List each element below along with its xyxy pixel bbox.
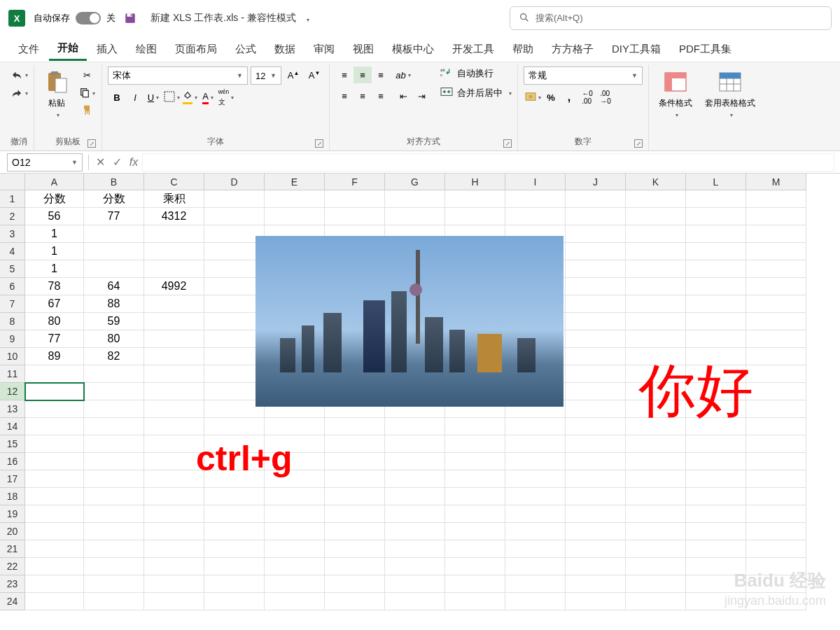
- cell-M8[interactable]: [746, 313, 806, 330]
- cell-E23[interactable]: [265, 575, 325, 593]
- cell-F24[interactable]: [325, 593, 385, 610]
- cell-H16[interactable]: [445, 453, 505, 470]
- row-header-20[interactable]: 20: [0, 523, 25, 540]
- cell-M10[interactable]: [746, 348, 806, 365]
- cell-B21[interactable]: [84, 540, 144, 558]
- cell-B17[interactable]: [84, 470, 144, 488]
- cell-B19[interactable]: [84, 505, 144, 523]
- cell-D19[interactable]: [204, 505, 265, 523]
- cell-F17[interactable]: [325, 470, 385, 488]
- decrease-decimal-button[interactable]: .00→0: [596, 89, 615, 106]
- cell-L17[interactable]: [686, 470, 746, 488]
- borders-button[interactable]: [162, 89, 181, 106]
- row-header-2[interactable]: 2: [0, 208, 25, 225]
- bold-button[interactable]: B: [108, 89, 126, 106]
- cell-M16[interactable]: [746, 453, 806, 470]
- cell-H2[interactable]: [445, 208, 505, 225]
- cell-A19[interactable]: [25, 505, 84, 523]
- number-launcher-icon[interactable]: ⤢: [634, 139, 643, 148]
- cell-M12[interactable]: [746, 383, 806, 400]
- cell-E2[interactable]: [265, 208, 325, 225]
- accounting-format-button[interactable]: [524, 89, 542, 106]
- row-header-15[interactable]: 15: [0, 435, 25, 453]
- cell-D22[interactable]: [204, 558, 265, 575]
- cell-J16[interactable]: [566, 453, 626, 470]
- cell-L21[interactable]: [686, 540, 746, 558]
- cell-B7[interactable]: 88: [84, 295, 144, 313]
- cell-B13[interactable]: [84, 400, 144, 418]
- ribbon-tab-12[interactable]: 方方格子: [543, 38, 602, 60]
- cell-A7[interactable]: 67: [25, 295, 84, 313]
- cell-L16[interactable]: [686, 453, 746, 470]
- cell-A9[interactable]: 77: [25, 330, 84, 348]
- cell-C4[interactable]: [144, 243, 204, 260]
- ribbon-tab-9[interactable]: 模板中心: [384, 38, 442, 60]
- col-header-K[interactable]: K: [626, 174, 686, 190]
- cell-C23[interactable]: [144, 575, 204, 593]
- cell-G20[interactable]: [385, 523, 445, 540]
- cell-M5[interactable]: [746, 260, 806, 278]
- cell-L15[interactable]: [686, 435, 746, 453]
- cell-A20[interactable]: [25, 523, 84, 540]
- cell-B22[interactable]: [84, 558, 144, 575]
- cell-J7[interactable]: [566, 295, 626, 313]
- cell-J12[interactable]: [566, 383, 626, 400]
- cell-I22[interactable]: [505, 558, 566, 575]
- cell-G2[interactable]: [385, 208, 445, 225]
- cell-J9[interactable]: [566, 330, 626, 348]
- col-header-D[interactable]: D: [204, 174, 265, 190]
- cell-M4[interactable]: [746, 243, 806, 260]
- cell-B12[interactable]: [84, 383, 144, 400]
- cell-K6[interactable]: [626, 278, 686, 295]
- cell-A2[interactable]: 56: [25, 208, 84, 225]
- cell-L20[interactable]: [686, 523, 746, 540]
- cell-I17[interactable]: [505, 470, 566, 488]
- fill-color-button[interactable]: [181, 89, 199, 106]
- cell-J11[interactable]: [566, 365, 626, 383]
- cell-H24[interactable]: [445, 593, 505, 610]
- cell-L3[interactable]: [686, 225, 746, 243]
- cell-B18[interactable]: [84, 488, 144, 505]
- cell-A22[interactable]: [25, 558, 84, 575]
- cell-F16[interactable]: [325, 453, 385, 470]
- row-header-6[interactable]: 6: [0, 278, 25, 295]
- cell-C20[interactable]: [144, 523, 204, 540]
- cell-A6[interactable]: 78: [25, 278, 84, 295]
- cell-A11[interactable]: [25, 365, 84, 383]
- align-left-button[interactable]: ≡: [335, 88, 354, 104]
- cell-B14[interactable]: [84, 418, 144, 435]
- insert-function-button[interactable]: fx: [125, 154, 142, 171]
- cell-L1[interactable]: [686, 190, 746, 208]
- cell-H17[interactable]: [445, 470, 505, 488]
- font-size-select[interactable]: 12▼: [251, 66, 281, 85]
- cell-F21[interactable]: [325, 540, 385, 558]
- cell-K20[interactable]: [626, 523, 686, 540]
- cell-B1[interactable]: 分数: [84, 190, 144, 208]
- cell-I14[interactable]: [505, 418, 566, 435]
- cancel-formula-button[interactable]: ✕: [92, 154, 108, 171]
- cell-I16[interactable]: [505, 453, 566, 470]
- row-header-3[interactable]: 3: [0, 225, 25, 243]
- row-header-1[interactable]: 1: [0, 190, 25, 208]
- cell-H14[interactable]: [445, 418, 505, 435]
- row-header-17[interactable]: 17: [0, 470, 25, 488]
- cell-C12[interactable]: [144, 383, 204, 400]
- cell-A14[interactable]: [25, 418, 84, 435]
- spreadsheet-grid[interactable]: ABCDEFGHIJKLM 12345678910111213141516171…: [0, 174, 840, 630]
- cell-L2[interactable]: [686, 208, 746, 225]
- cell-C6[interactable]: 4992: [144, 278, 204, 295]
- cell-J23[interactable]: [566, 575, 626, 593]
- select-all-corner[interactable]: [0, 174, 25, 190]
- cell-B8[interactable]: 59: [84, 313, 144, 330]
- cell-A13[interactable]: [25, 400, 84, 418]
- cell-K9[interactable]: [626, 330, 686, 348]
- cell-F2[interactable]: [325, 208, 385, 225]
- cell-M19[interactable]: [746, 505, 806, 523]
- cell-F20[interactable]: [325, 523, 385, 540]
- cell-M9[interactable]: [746, 330, 806, 348]
- cell-G15[interactable]: [385, 435, 445, 453]
- cell-A24[interactable]: [25, 593, 84, 610]
- cell-D1[interactable]: [204, 190, 265, 208]
- cell-C24[interactable]: [144, 593, 204, 610]
- cell-G22[interactable]: [385, 558, 445, 575]
